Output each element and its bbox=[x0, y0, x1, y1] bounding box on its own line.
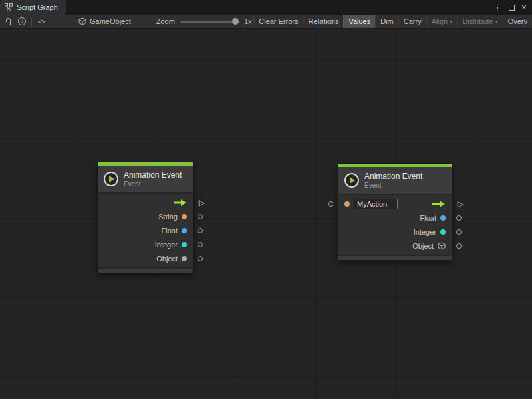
animation-event-node-1[interactable]: Animation Event Event ▷ String bbox=[97, 162, 194, 273]
integer-type-dot bbox=[182, 242, 187, 247]
dim-button[interactable]: Dim bbox=[375, 15, 398, 29]
string-type-dot bbox=[344, 201, 350, 207]
tab-strip: Script Graph ⋮ × bbox=[0, 0, 532, 15]
float-output-port[interactable] bbox=[198, 228, 203, 233]
object-type-dot bbox=[182, 256, 187, 261]
node-title: Animation Event bbox=[364, 172, 422, 181]
node-subtitle: Event bbox=[124, 180, 182, 188]
float-output-port[interactable] bbox=[456, 215, 462, 221]
node-title: Animation Event bbox=[124, 170, 182, 180]
zoom-control: Zoom 1x bbox=[156, 17, 252, 25]
node-footer bbox=[98, 267, 193, 273]
flow-output-port[interactable]: ▷ bbox=[199, 199, 205, 207]
output-row-float: Float bbox=[338, 211, 452, 225]
string-output-port[interactable] bbox=[198, 214, 203, 219]
object-output-port[interactable] bbox=[198, 256, 203, 261]
menu-icon[interactable]: ⋮ bbox=[493, 3, 502, 12]
node-header[interactable]: Animation Event Event bbox=[98, 166, 193, 194]
zoom-slider-knob[interactable] bbox=[232, 18, 239, 25]
flow-output-row: ▷ bbox=[98, 196, 193, 209]
float-type-dot bbox=[182, 228, 187, 233]
relations-button[interactable]: Relations bbox=[303, 15, 344, 29]
carry-button[interactable]: Carry bbox=[398, 15, 426, 29]
gameobject-icon bbox=[78, 17, 86, 25]
flow-output-port[interactable]: ▷ bbox=[458, 200, 464, 208]
event-play-icon bbox=[104, 172, 118, 186]
tab-script-graph[interactable]: Script Graph bbox=[0, 0, 66, 15]
window-controls: ⋮ × bbox=[493, 0, 532, 15]
flow-arrow-icon bbox=[172, 199, 187, 207]
name-input-row: ▷ bbox=[338, 197, 452, 211]
maximize-icon[interactable] bbox=[509, 5, 515, 11]
animation-event-node-2[interactable]: Animation Event Event ▷ Float bbox=[338, 163, 452, 261]
node-subtitle: Event bbox=[364, 182, 422, 189]
lock-icon[interactable] bbox=[0, 15, 15, 29]
info-icon[interactable]: i bbox=[15, 15, 29, 29]
node-header[interactable]: Animation Event Event bbox=[338, 167, 452, 195]
flow-arrow-icon bbox=[431, 200, 446, 208]
gameobject-label: GameObject bbox=[90, 17, 131, 25]
clear-errors-button[interactable]: Clear Errors bbox=[253, 15, 303, 29]
chevron-down-icon: ▾ bbox=[495, 19, 498, 25]
string-type-dot bbox=[182, 214, 187, 219]
object-cube-icon bbox=[438, 242, 446, 250]
output-row-integer: Integer bbox=[338, 225, 452, 239]
zoom-label: Zoom bbox=[156, 17, 175, 25]
node-footer bbox=[338, 255, 452, 260]
event-play-icon bbox=[344, 173, 359, 188]
code-view-icon[interactable]: <> bbox=[34, 15, 49, 29]
distribute-button[interactable]: Distribute ▾ bbox=[457, 15, 502, 29]
graph-toolbar: i <> GameObject Zoom 1x Clear Errors Rel… bbox=[0, 15, 532, 29]
integer-output-port[interactable] bbox=[456, 229, 462, 235]
float-type-dot bbox=[440, 215, 446, 221]
tab-label: Script Graph bbox=[17, 3, 58, 11]
node-body: ▷ String Float Integer bbox=[98, 194, 193, 266]
integer-output-port[interactable] bbox=[198, 242, 203, 247]
toolbar-divider bbox=[31, 17, 32, 26]
graph-canvas[interactable]: Animation Event Event ▷ String bbox=[0, 29, 532, 399]
align-button[interactable]: Align ▾ bbox=[426, 15, 457, 29]
zoom-value: 1x bbox=[244, 17, 252, 25]
object-output-port[interactable] bbox=[456, 243, 462, 249]
zoom-slider[interactable] bbox=[180, 21, 239, 23]
output-row-float: Float bbox=[98, 223, 193, 237]
values-button[interactable]: Values bbox=[343, 15, 375, 29]
overview-button[interactable]: Overv bbox=[503, 15, 532, 29]
output-row-string: String bbox=[98, 209, 193, 223]
name-input-port[interactable] bbox=[328, 201, 333, 207]
script-graph-icon bbox=[5, 3, 13, 11]
output-row-integer: Integer bbox=[98, 237, 193, 251]
close-icon[interactable]: × bbox=[521, 3, 527, 12]
gameobject-reference[interactable]: GameObject bbox=[78, 17, 131, 25]
integer-type-dot bbox=[440, 229, 446, 235]
chevron-down-icon: ▾ bbox=[450, 19, 452, 25]
output-row-object: Object bbox=[98, 251, 193, 265]
output-row-object: Object bbox=[338, 239, 452, 253]
node-body: ▷ Float Integer Object bbox=[338, 195, 452, 253]
action-name-input[interactable] bbox=[354, 199, 398, 209]
toolbar-buttons: Clear Errors Relations Values Dim Carry … bbox=[253, 15, 532, 29]
unity-visual-scripting-window: Script Graph ⋮ × i <> GameObject Zoom 1x bbox=[0, 0, 532, 399]
